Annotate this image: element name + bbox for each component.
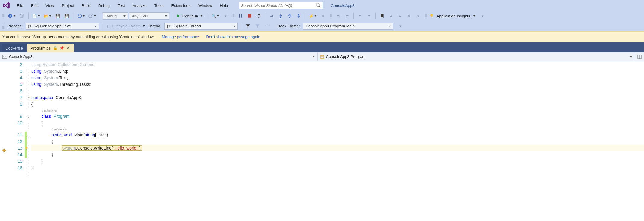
svg-rect-11	[431, 17, 432, 17]
thread-label: Thread:	[148, 24, 162, 28]
nav-forward-button[interactable]	[18, 12, 26, 20]
toolbar-grip[interactable]	[330, 13, 332, 19]
menu-edit[interactable]: Edit	[27, 2, 41, 9]
menu-window[interactable]: Window	[195, 2, 216, 9]
uncomment-button[interactable]: ≡	[365, 12, 373, 20]
class-dropdown[interactable]: ConsoleApp3.Program	[318, 52, 635, 61]
pin-icon[interactable]: 📌	[60, 46, 64, 50]
menu-view[interactable]: View	[42, 2, 57, 9]
svg-rect-4	[239, 14, 240, 17]
overflow-icon[interactable]: ▾	[479, 12, 486, 20]
toolbar-grip[interactable]	[233, 13, 234, 19]
bookmark-button[interactable]	[378, 12, 386, 20]
show-next-statement-button[interactable]: ➔	[268, 12, 276, 20]
break-all-button[interactable]	[237, 12, 245, 20]
find-in-files-button[interactable]: 🔍	[210, 12, 220, 20]
stop-debugging-button[interactable]	[246, 12, 254, 20]
next-bookmark-button[interactable]: ►	[396, 12, 404, 20]
redo-button[interactable]	[87, 12, 97, 20]
chevron-down-icon[interactable]	[473, 15, 476, 17]
menu-extensions[interactable]: Extensions	[168, 2, 194, 9]
breakpoint-margin[interactable]	[0, 61, 8, 176]
dismiss-message-link[interactable]: Don't show this message again	[206, 35, 260, 39]
overflow-icon[interactable]: ▾	[319, 12, 327, 20]
apply-code-changes-button[interactable]: ⚡	[308, 12, 318, 20]
line-number-gutter: 2345678910111213141516	[8, 61, 25, 176]
close-icon[interactable]: ✕	[66, 46, 70, 50]
solution-name-label: ConsoleApp3	[328, 2, 357, 9]
menu-help[interactable]: Help	[216, 2, 232, 9]
menu-bar: File Edit View Project Build Debug Test …	[0, 0, 644, 11]
filter-threads-button[interactable]	[244, 22, 252, 30]
overflow-icon[interactable]: ▾	[397, 22, 405, 30]
thread-combo[interactable]: [1056] Main Thread	[164, 23, 238, 30]
chevron-down-icon	[143, 25, 145, 27]
new-project-button[interactable]: 📄	[31, 12, 41, 20]
svg-rect-6	[248, 14, 251, 17]
prev-bookmark-button[interactable]: ◄	[387, 12, 395, 20]
chevron-down-icon	[200, 15, 203, 17]
menu-build[interactable]: Build	[78, 2, 94, 9]
undo-button[interactable]	[76, 12, 86, 20]
overflow-icon[interactable]: ▾	[414, 12, 422, 20]
tab-dockerfile[interactable]: Dockerfile	[2, 44, 26, 52]
solution-platform-combo[interactable]: Any CPU	[129, 12, 169, 20]
overflow-icon[interactable]: ▾	[222, 12, 230, 20]
fold-toggle[interactable]: −	[27, 116, 30, 119]
toolbar-grip[interactable]	[425, 13, 427, 19]
process-combo[interactable]: [1032] ConsoleApp3.exe	[26, 23, 99, 30]
nav-back-button[interactable]	[7, 12, 17, 20]
split-icon	[637, 55, 642, 59]
quick-launch-input[interactable]	[241, 3, 316, 8]
separator	[208, 13, 208, 19]
lifecycle-events-combo[interactable]: ▢ Lifecycle Events	[105, 24, 146, 29]
quick-launch-search[interactable]	[239, 2, 323, 9]
save-button[interactable]: 💾	[54, 12, 62, 20]
outline-margin[interactable]: −−−	[27, 61, 31, 176]
tab-label: Dockerfile	[5, 46, 23, 50]
csharp-icon: C#	[2, 55, 7, 59]
threads-icon[interactable]: 〰	[263, 22, 271, 30]
solution-config-combo[interactable]: Debug	[103, 12, 128, 20]
svg-point-7	[280, 17, 281, 18]
increase-indent-button[interactable]: ≣	[343, 12, 351, 20]
svg-point-3	[20, 14, 24, 18]
svg-rect-16	[26, 149, 27, 150]
menu-tools[interactable]: Tools	[151, 2, 167, 9]
fold-toggle[interactable]: −	[27, 136, 30, 139]
separator	[102, 23, 102, 29]
code-editor[interactable]: 2345678910111213141516 −−− using System.…	[0, 61, 644, 176]
continue-button[interactable]: Continue	[174, 12, 205, 20]
step-into-button[interactable]	[277, 12, 285, 20]
clear-bookmarks-button[interactable]: ✕	[405, 12, 413, 20]
save-all-button[interactable]: 💾	[63, 12, 71, 20]
svg-point-8	[289, 17, 290, 18]
step-out-button[interactable]	[295, 12, 303, 20]
restart-button[interactable]	[255, 12, 263, 20]
split-editor-button[interactable]	[635, 52, 644, 61]
open-file-button[interactable]: 📂	[42, 12, 53, 20]
code-content[interactable]: using System.Collections.Generic;using S…	[31, 61, 644, 176]
flag-thread-button[interactable]	[254, 22, 261, 30]
step-over-button[interactable]	[286, 12, 294, 20]
menu-analyze[interactable]: Analyze	[129, 2, 150, 9]
comment-button[interactable]: ≡	[356, 12, 364, 20]
menu-test[interactable]: Test	[114, 2, 128, 9]
app-insights-label: Application Insights	[436, 14, 470, 18]
menu-debug[interactable]: Debug	[95, 2, 113, 9]
separator	[375, 13, 376, 19]
menu-file[interactable]: File	[13, 2, 27, 9]
toolbar-grip[interactable]	[2, 23, 4, 29]
menu-project[interactable]: Project	[58, 2, 77, 9]
svg-point-15	[26, 147, 28, 149]
stack-frame-combo[interactable]: ConsoleApp3.Program.Main	[303, 23, 393, 30]
change-indicator-margin	[25, 61, 27, 176]
manage-performance-link[interactable]: Manage performance	[162, 35, 199, 39]
lightbulb-icon[interactable]	[25, 145, 28, 151]
code-nav-bar: C# ConsoleApp3 ConsoleApp3.Program	[0, 52, 644, 61]
tab-program-cs[interactable]: Program.cs 🔒 📌 ✕	[27, 44, 74, 52]
project-dropdown[interactable]: C# ConsoleApp3	[0, 52, 318, 61]
decrease-indent-button[interactable]: ≣	[334, 12, 342, 20]
toolbar-grip[interactable]	[2, 13, 4, 19]
fold-toggle[interactable]: −	[27, 96, 30, 99]
